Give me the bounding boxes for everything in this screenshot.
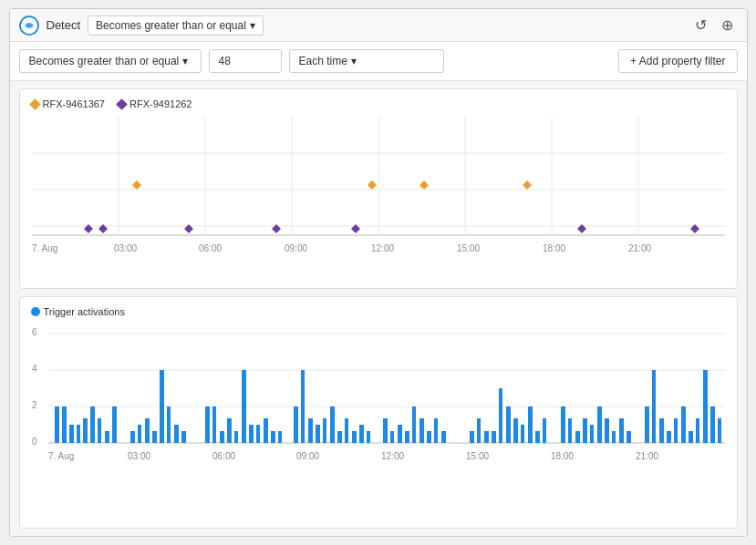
bar (83, 418, 88, 443)
toolbar: Becomes greater than or equal ▾ Each tim… (10, 42, 747, 81)
header-condition-dropdown[interactable]: Becomes greater than or equal ▾ (88, 15, 264, 36)
header-actions: ↺ ⊕ (690, 15, 738, 36)
bar (345, 418, 348, 443)
bar-x-label-3: 09:00 (296, 451, 319, 461)
bar (583, 418, 587, 443)
bar (477, 418, 481, 443)
bar (674, 418, 678, 443)
legend-label-rfx1: RFX-9461367 (43, 98, 106, 109)
bar (308, 418, 313, 443)
x-label-6: 18:00 (543, 243, 565, 253)
header-bar: Detect Becomes greater than or equal ▾ ↺… (10, 9, 747, 42)
bar (98, 418, 101, 443)
bar (710, 406, 715, 443)
frequency-dropdown-label: Each time (299, 55, 347, 67)
bar (77, 425, 80, 443)
bar (681, 406, 686, 443)
bar (359, 425, 364, 443)
x-label-3: 09:00 (285, 243, 307, 253)
scatter-point (368, 180, 377, 190)
bar (645, 406, 649, 443)
bar-x-label-2: 06:00 (212, 451, 235, 461)
bar (174, 425, 179, 443)
scatter-legend: RFX-9461367 RFX-9491262 (31, 98, 726, 109)
bar (568, 418, 572, 443)
y-label-0: 0 (32, 437, 37, 447)
bar-x-label-5: 15:00 (466, 451, 489, 461)
threshold-input[interactable] (209, 49, 282, 73)
bar-x-label-0: 7. Aug (48, 451, 74, 461)
bar (130, 431, 135, 443)
add-filter-button[interactable]: + Add property filter (618, 49, 737, 73)
bar (352, 431, 357, 443)
bar (167, 406, 171, 443)
x-label-5: 15:00 (457, 243, 480, 253)
condition-chevron-icon: ▾ (182, 55, 188, 67)
header-chevron-icon: ▾ (250, 19, 255, 32)
bar (659, 418, 664, 443)
bar (521, 425, 524, 443)
x-label-0: 7. Aug (32, 243, 57, 253)
legend-item-rfx1: RFX-9461367 (31, 98, 106, 109)
bar (212, 406, 216, 443)
bar (652, 370, 656, 443)
add-button[interactable]: ⊕ (717, 15, 738, 36)
bar (220, 431, 224, 443)
bar (294, 406, 298, 443)
x-label-2: 06:00 (199, 243, 222, 253)
bar (227, 418, 232, 443)
bar (55, 406, 59, 443)
x-label-1: 03:00 (114, 243, 137, 253)
bar (301, 370, 305, 443)
scatter-point (132, 180, 141, 190)
bar (543, 418, 546, 443)
bar-x-label-7: 21:00 (636, 451, 658, 461)
bar (337, 431, 342, 443)
y-label-6: 6 (32, 327, 37, 337)
bar (278, 431, 282, 443)
condition-dropdown[interactable]: Becomes greater than or equal ▾ (19, 49, 202, 73)
bar-x-label-6: 18:00 (551, 451, 574, 461)
bar (330, 406, 335, 443)
bar (323, 418, 326, 443)
frequency-chevron-icon: ▾ (351, 55, 357, 67)
frequency-dropdown[interactable]: Each time ▾ (289, 49, 444, 73)
bar (718, 418, 721, 443)
bar (112, 406, 117, 443)
bar (160, 370, 164, 443)
charts-area: RFX-9461367 RFX-9491262 (10, 81, 747, 536)
bar (696, 418, 699, 443)
legend-diamond-rfx1-icon (29, 98, 41, 110)
bar (271, 431, 275, 443)
bar (390, 431, 394, 443)
bar (419, 418, 424, 443)
bar (152, 431, 157, 443)
undo-button[interactable]: ↺ (690, 15, 711, 36)
x-label-7: 21:00 (628, 243, 651, 253)
bar (575, 431, 580, 443)
bar-x-label-1: 03:00 (128, 451, 150, 461)
bar-chart-svg: 6 4 2 0 (31, 324, 726, 484)
detect-label: Detect (47, 18, 81, 32)
bar (612, 431, 616, 443)
bar (234, 431, 238, 443)
bar (105, 431, 109, 443)
y-label-4: 4 (32, 364, 37, 374)
bar-x-label-4: 12:00 (381, 451, 404, 461)
bar (470, 431, 474, 443)
bar (427, 431, 431, 443)
scatter-chart-svg: 7. Aug 03:00 06:00 09:00 12:00 15:00 18:… (31, 117, 726, 262)
bar (367, 431, 370, 443)
bar (605, 418, 609, 443)
bar (513, 418, 518, 443)
bar (383, 418, 388, 443)
bar (619, 418, 624, 443)
header-dropdown-label: Becomes greater than or equal (96, 19, 246, 32)
bar (256, 425, 260, 443)
bar (138, 425, 141, 443)
bar (499, 388, 502, 443)
bar (703, 370, 708, 443)
bar (561, 406, 565, 443)
bar (506, 406, 511, 443)
legend-label-rfx2: RFX-9491262 (129, 98, 192, 109)
